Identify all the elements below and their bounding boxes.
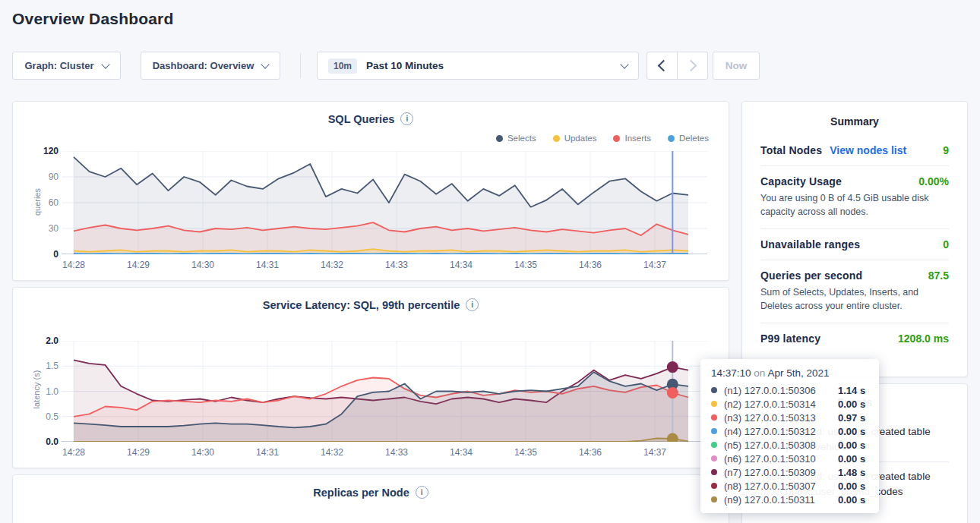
hover-tooltip: 14:37:10 on Apr 5th, 2021 (n1) 127.0.0.1… (700, 359, 879, 513)
tooltip-on: on (754, 367, 765, 379)
summary-description: Sum of Selects, Updates, Inserts, and De… (760, 286, 949, 313)
x-axis-tick: 14:37 (637, 447, 673, 458)
legend-label: Selects (507, 134, 536, 143)
time-range-selector[interactable]: 10m Past 10 Minutes (317, 52, 639, 80)
tooltip-row: (n4) 127.0.0.1:503120.00 s (711, 424, 868, 438)
node-value: 0.00 s (838, 440, 865, 451)
x-axis-tick: 14:34 (443, 260, 479, 270)
summary-label: Unavailable ranges (760, 238, 860, 250)
chart-plot[interactable] (62, 341, 707, 442)
chart-card-sql-queries: SQL Queries i SelectsUpdatesInsertsDelet… (12, 101, 729, 281)
legend-item: Inserts (613, 134, 651, 143)
chart-title-text: SQL Queries (328, 113, 395, 125)
x-axis-tick: 14:28 (55, 260, 92, 270)
view-nodes-link[interactable]: View nodes list (830, 144, 906, 156)
dashboard-dropdown-label: Dashboard: Overview (153, 60, 254, 71)
node-color-dot (711, 428, 717, 434)
x-axis-tick: 14:30 (185, 447, 221, 458)
x-axis-tick: 14:35 (507, 447, 544, 458)
y-axis-tick: 0.0 (28, 436, 58, 447)
node-color-dot (711, 401, 717, 407)
x-axis-tick: 14:37 (637, 260, 673, 270)
node-name: (n8) 127.0.0.1:50307 (724, 480, 838, 492)
chart-title: Replicas per Node i (13, 486, 729, 499)
legend-dot-icon (553, 135, 560, 142)
x-axis-tick: 14:32 (314, 447, 350, 458)
x-axis-tick: 14:28 (55, 447, 92, 458)
node-value: 0.00 s (838, 480, 865, 492)
page-title: Overview Dashboard (12, 10, 174, 28)
summary-card: Summary Total Nodes View nodes list 9 Ca… (741, 101, 968, 377)
node-name: (n5) 127.0.0.1:50308 (724, 440, 838, 451)
time-pager (646, 52, 708, 80)
node-color-dot (711, 455, 717, 462)
node-value: 0.00 s (838, 453, 865, 465)
x-axis-tick: 14:29 (120, 260, 156, 270)
legend-item: Deletes (668, 134, 709, 143)
legend-dot-icon (613, 135, 620, 142)
summary-row: Capacity Usage 0.00% You are using 0 B o… (760, 166, 949, 229)
node-color-dot (711, 469, 717, 475)
y-axis-tick: 2.0 (28, 336, 58, 346)
prev-interval-button[interactable] (647, 52, 677, 79)
node-color-dot (711, 442, 717, 448)
node-value: 0.00 s (838, 399, 865, 410)
summary-value: 87.5 (928, 269, 949, 282)
y-axis-tick: 60 (28, 197, 58, 208)
x-axis-tick: 14:33 (378, 447, 415, 458)
legend-dot-icon (668, 135, 675, 142)
chevron-down-icon (620, 60, 628, 68)
chart-plot[interactable] (62, 151, 707, 254)
summary-row: Unavailable ranges 0 (760, 229, 949, 260)
tooltip-time: 14:37:10 (711, 367, 751, 379)
summary-label: Capacity Usage (760, 175, 842, 187)
chevron-down-icon (101, 60, 109, 68)
chevron-right-icon (685, 60, 697, 72)
legend-item: Updates (553, 134, 597, 143)
node-name: (n4) 127.0.0.1:50312 (724, 426, 838, 437)
node-name: (n2) 127.0.0.1:50314 (724, 399, 838, 410)
now-button[interactable]: Now (713, 52, 760, 80)
node-name: (n9) 127.0.0.1:50311 (724, 494, 838, 506)
info-icon[interactable]: i (400, 112, 413, 125)
summary-label: Queries per second (760, 269, 862, 282)
y-axis-tick: 30 (28, 223, 58, 234)
chevron-left-icon (658, 60, 670, 72)
node-value: 1.14 s (838, 385, 865, 396)
summary-value: 0 (943, 238, 949, 250)
legend-label: Inserts (624, 134, 651, 143)
node-color-dot (711, 414, 717, 421)
chevron-down-icon (261, 60, 270, 68)
legend-item: Selects (496, 134, 536, 143)
chart-card-replicas-per-node: Replicas per Node i (12, 474, 729, 523)
dashboard-dropdown[interactable]: Dashboard: Overview (141, 52, 280, 80)
info-icon[interactable]: i (466, 298, 479, 311)
node-color-dot (711, 387, 717, 393)
tooltip-row: (n2) 127.0.0.1:503140.00 s (711, 397, 868, 411)
tooltip-row: (n9) 127.0.0.1:503110.00 s (711, 493, 868, 506)
info-icon[interactable]: i (416, 486, 428, 499)
legend-label: Updates (564, 134, 597, 143)
controls-divider (300, 53, 301, 78)
summary-row: Queries per second 87.5 Sum of Selects, … (760, 260, 949, 323)
chart-title: SQL Queries i (13, 112, 729, 125)
x-axis-tick: 14:33 (378, 260, 415, 270)
legend-dot-icon (496, 135, 503, 142)
tooltip-date: Apr 5th, 2021 (767, 367, 829, 379)
summary-value: 1208.0 ms (898, 332, 949, 345)
node-name: (n7) 127.0.0.1:50309 (724, 467, 838, 478)
chart-title-text: Service Latency: SQL, 99th percentile (263, 299, 460, 311)
x-axis-tick: 14:36 (572, 260, 609, 270)
x-axis-tick: 14:36 (572, 447, 609, 458)
graph-dropdown[interactable]: Graph: Cluster (12, 52, 121, 80)
tooltip-timestamp: 14:37:10 on Apr 5th, 2021 (711, 367, 868, 379)
next-interval-button[interactable] (677, 52, 707, 79)
x-axis-tick: 14:35 (507, 260, 544, 270)
summary-row: P99 latency 1208.0 ms (760, 323, 949, 354)
node-color-dot (711, 483, 717, 489)
chart-title-text: Replicas per Node (313, 487, 409, 499)
y-axis-tick: 0.5 (28, 411, 58, 422)
node-color-dot (711, 496, 717, 503)
y-axis-tick: 1.5 (28, 361, 58, 371)
summary-value: 9 (943, 144, 949, 156)
